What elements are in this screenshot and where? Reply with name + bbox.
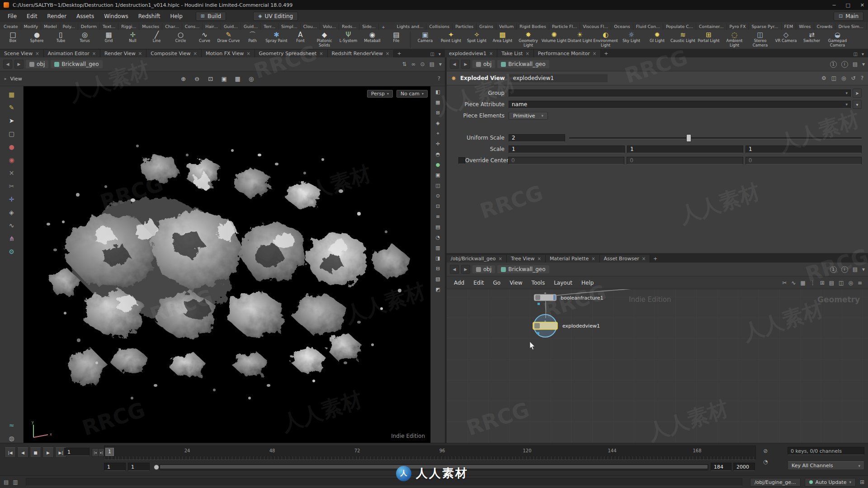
select-tool-icon[interactable]: ➤ [7, 116, 16, 125]
close-icon[interactable]: × [537, 256, 541, 261]
close-icon[interactable]: × [591, 256, 595, 261]
points-display-icon[interactable]: ● [434, 161, 442, 169]
scale-component-field[interactable]: 1 [509, 145, 625, 153]
override-center-checkbox[interactable] [458, 157, 465, 164]
hatch-icon[interactable]: ▧ [434, 276, 442, 283]
shelf-tab[interactable]: Fluid Con... [633, 23, 663, 30]
shelf-tab[interactable]: Vellum [496, 23, 517, 30]
group-field[interactable]: ▾ [509, 89, 851, 97]
close-icon[interactable]: × [489, 51, 493, 56]
close-icon[interactable]: × [92, 51, 96, 56]
shelf-tab[interactable]: Modify [21, 23, 41, 30]
shelf-tab[interactable]: Particle Fl... [549, 23, 580, 30]
shelf-tab[interactable]: Char... [162, 23, 182, 30]
flat-shade-icon[interactable]: ▣ [434, 172, 442, 179]
attribute-menu-button[interactable]: ▾ [853, 100, 862, 109]
forward-button[interactable]: ▶ [14, 60, 24, 69]
shelf-tab[interactable]: Guid... [221, 23, 241, 30]
dots-icon[interactable]: ⋮ [810, 280, 816, 286]
shelf-tool[interactable]: ● Sphere [25, 30, 49, 49]
menu-item[interactable]: Help [165, 11, 187, 21]
paint-tool-icon[interactable]: ◉ [7, 155, 16, 164]
pane-split-icon[interactable]: ◫ [854, 52, 858, 56]
path-root-chip[interactable]: obj [472, 60, 495, 68]
box-select-icon[interactable]: ▢ [7, 129, 16, 138]
piece-attribute-field[interactable]: name ▾ [509, 101, 851, 108]
center-component-field[interactable]: 0 [627, 157, 743, 164]
axis-icon[interactable]: ✛ [434, 141, 442, 148]
range-start-field[interactable]: 1 [128, 463, 150, 471]
shelf-tab[interactable]: Simpl... [278, 23, 301, 30]
info-icon[interactable]: i [841, 61, 848, 68]
shelf-tool[interactable]: ◇ VR Camera [773, 30, 799, 49]
pane-menu-icon[interactable]: ▾ [439, 52, 441, 56]
transform-tool-icon[interactable]: ✛ [7, 195, 16, 204]
pane-split-icon[interactable]: ◫ [430, 52, 434, 56]
shelf-tool[interactable]: Ψ L-System [336, 30, 360, 49]
corner-shade-icon[interactable]: ◩ [434, 286, 442, 293]
shelf-tab[interactable]: Particles [453, 23, 476, 30]
close-button[interactable]: ✕ [860, 2, 864, 8]
forward-button[interactable]: ▶ [461, 60, 470, 69]
shelf-tool[interactable]: ◎ Torus [73, 30, 97, 49]
clock-icon[interactable]: ◔ [434, 234, 442, 241]
columns-icon[interactable]: ▥ [434, 244, 442, 252]
list-icon[interactable]: ▤ [853, 266, 858, 272]
shelf-tool[interactable]: ✺ Volume Light [541, 30, 567, 49]
shelf-tab[interactable]: Text... [100, 23, 118, 30]
shelf-tool[interactable]: ▦ Grid [97, 30, 121, 49]
shelf-tool[interactable]: ✛ Null [121, 30, 145, 49]
shelf-tool[interactable]: ✹ GI Light [644, 30, 670, 49]
dynamics-tool-icon[interactable]: ⚙ [7, 247, 16, 256]
shelf-tool[interactable]: ◐ Environment Light [593, 30, 618, 49]
pin-icon[interactable]: ⊙ [420, 61, 425, 67]
global-start-field[interactable]: 1 [104, 463, 126, 471]
network-menu-item[interactable]: Edit [469, 278, 488, 288]
shelf-tab[interactable]: Side... [359, 23, 379, 30]
shelf-tab[interactable]: Crowds [814, 23, 836, 30]
uniform-scale-slider[interactable] [569, 134, 862, 142]
center-component-field[interactable]: 0 [745, 157, 862, 164]
path-node-chip[interactable]: Brickwall_geo [497, 60, 549, 68]
node-explodedview1-selected[interactable]: explodedview1 [533, 314, 600, 337]
network-menu-item[interactable]: Help [577, 278, 598, 288]
pane-menu-icon[interactable]: ▾ [439, 61, 442, 67]
center-component-field[interactable]: 0 [508, 157, 624, 164]
projection-selector[interactable]: Persp ▾ [367, 90, 393, 98]
grid-icon[interactable]: ▦ [434, 99, 442, 106]
network-menu-item[interactable]: Add [449, 278, 469, 288]
list-view-icon[interactable]: ▤ [829, 280, 834, 286]
grid-snap-icon[interactable]: ▦ [800, 280, 805, 286]
menu-item[interactable]: Windows [99, 11, 133, 21]
help-icon[interactable]: ? [861, 75, 863, 81]
shelf-tab[interactable]: Collisions [426, 23, 453, 30]
path-node-chip[interactable]: Brickwall_geo [497, 265, 549, 273]
play-button[interactable]: ▶ [42, 447, 54, 458]
rows-icon[interactable]: ▤ [434, 224, 442, 231]
build-toggle[interactable]: ⊞ Build [196, 12, 226, 21]
pane-tab[interactable]: Redshift RenderView × [328, 50, 394, 57]
shelf-tab[interactable]: Drive Sim... [835, 23, 866, 30]
shelf-tool[interactable]: □ Box [1, 30, 25, 49]
close-icon[interactable]: × [319, 51, 323, 56]
shelf-tool[interactable]: ▯ Tube [49, 30, 73, 49]
shade-icon[interactable]: ◓ [434, 151, 442, 158]
shelf-tool[interactable]: A Font [288, 30, 312, 49]
pane-tab[interactable]: Take List × [497, 50, 534, 57]
shelf-tool[interactable]: ○ Circle [169, 30, 193, 49]
shelf-tab[interactable]: Reds... [339, 23, 359, 30]
current-node-path-chip[interactable]: /obj/Eugine_ge... [750, 478, 801, 487]
network-menu-item[interactable]: View [505, 278, 527, 288]
wire-style-icon[interactable]: ∿ [791, 280, 796, 286]
find-icon[interactable]: ◎ [848, 280, 853, 286]
step-back-button[interactable]: |◂ [92, 448, 99, 457]
shelf-tool[interactable]: ◌ Ambient Light [722, 30, 747, 49]
two-view-icon[interactable]: ◫ [434, 182, 442, 189]
group-select-button[interactable]: ➤ [853, 89, 862, 98]
zoom-in-icon[interactable]: ⊕ [179, 74, 189, 84]
shelf-tool[interactable]: ╱ Line [145, 30, 169, 49]
timeline-ruler[interactable]: 1 24487296120144168 [104, 446, 756, 460]
lattice-tool-icon[interactable]: ◈ [7, 208, 16, 217]
snapshot-icon[interactable]: ◎ [246, 74, 256, 84]
menu-item[interactable]: Redshift [133, 11, 165, 21]
